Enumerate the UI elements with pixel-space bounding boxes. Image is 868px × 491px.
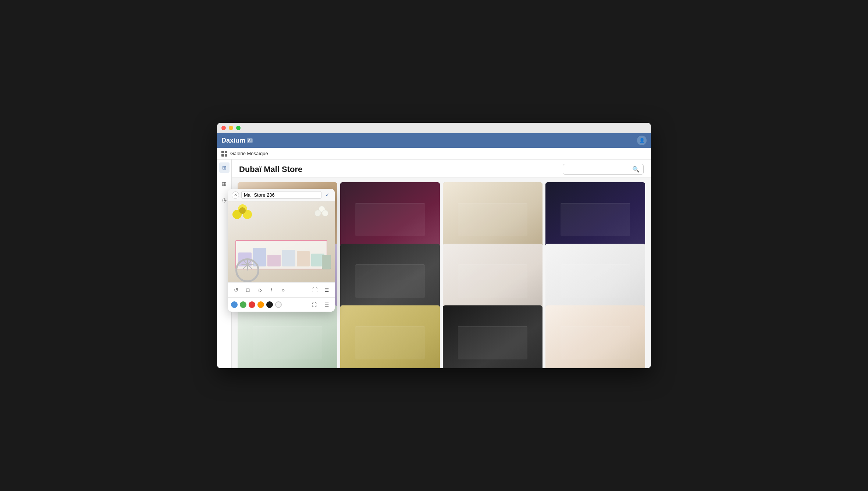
rect-tool-button[interactable]: □ xyxy=(243,285,253,295)
annotation-confirm-button[interactable]: ✓ xyxy=(324,191,331,199)
titlebar xyxy=(217,123,651,133)
annotation-panel: ✕ ✓ xyxy=(228,189,335,312)
search-input[interactable] xyxy=(567,166,630,172)
annotation-header: ✕ ✓ xyxy=(228,189,335,201)
nav-grid-icon[interactable] xyxy=(221,151,227,157)
color-blue[interactable] xyxy=(231,301,238,308)
app-header: Daxium AI 👤 xyxy=(217,133,651,148)
color-picker-bar: ⛶ ☰ xyxy=(228,297,335,312)
desktop: Daxium AI 👤 Galerie Mosaïque xyxy=(217,123,651,368)
sidebar-item-calendar[interactable]: ▦ xyxy=(219,179,230,189)
search-icon: 🔍 xyxy=(632,166,640,173)
diamond-tool-button[interactable]: ◇ xyxy=(255,285,265,295)
gallery-item[interactable]: MALL STORE 246 ⬆ 🔍 xyxy=(545,305,645,368)
search-box[interactable]: 🔍 xyxy=(563,164,644,175)
color-orange[interactable] xyxy=(257,301,264,308)
lines-button[interactable]: ☰ xyxy=(321,300,332,310)
line-tool-button[interactable]: / xyxy=(266,285,277,295)
ai-badge: AI xyxy=(247,138,253,143)
page-title: Dubaï Mall Store xyxy=(239,165,302,174)
sidebar-item-grid[interactable]: ⊞ xyxy=(219,162,230,173)
close-button[interactable] xyxy=(221,126,226,130)
app-logo: Daxium AI xyxy=(221,137,253,144)
color-black[interactable] xyxy=(266,301,273,308)
annotation-toolbar: ↺ □ ◇ / ○ ⛶ ☰ xyxy=(228,282,335,297)
color-white[interactable] xyxy=(275,301,282,308)
color-green[interactable] xyxy=(240,301,246,308)
annotation-image xyxy=(228,201,335,282)
breadcrumb-bar: Galerie Mosaïque xyxy=(217,148,651,160)
content-header: Dubaï Mall Store 🔍 xyxy=(232,160,651,178)
rotate-tool-button[interactable]: ↺ xyxy=(231,285,241,295)
profile-avatar[interactable]: 👤 xyxy=(637,136,647,145)
menu-button[interactable]: ☰ xyxy=(321,285,332,295)
gallery-item[interactable]: MALL STORE 242 ⬆ 🔍 xyxy=(238,305,337,368)
minimize-button[interactable] xyxy=(229,126,233,130)
screen-tool-button[interactable]: ⛶ xyxy=(309,300,319,310)
breadcrumb: Galerie Mosaïque xyxy=(230,151,268,156)
screen-share-button[interactable]: ⛶ xyxy=(310,285,320,295)
color-red[interactable] xyxy=(249,301,255,308)
annotation-name-input[interactable] xyxy=(241,191,321,199)
gallery-item[interactable]: MALL STORE 243 ⬆ 🔍 xyxy=(340,305,440,368)
maximize-button[interactable] xyxy=(236,126,241,130)
annotation-close-button[interactable]: ✕ xyxy=(232,191,239,199)
gallery-item[interactable]: MALL STORE 245 ⬆ 🔍 xyxy=(443,305,542,368)
circle-tool-button[interactable]: ○ xyxy=(278,285,288,295)
